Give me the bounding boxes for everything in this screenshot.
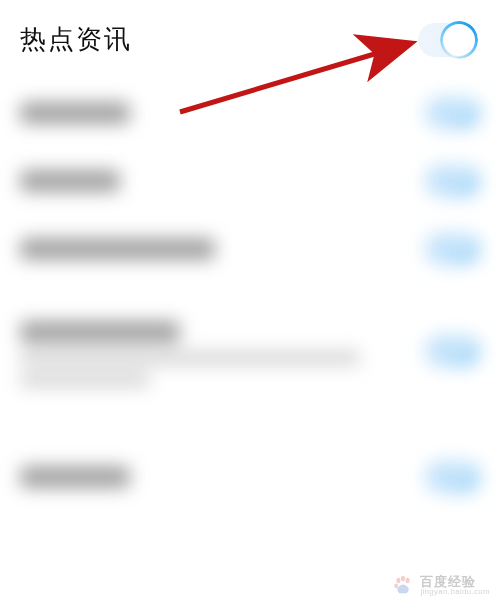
toggle-blurred [424, 233, 480, 265]
setting-row-blurred [0, 295, 500, 413]
blurred-label-block [20, 321, 360, 387]
blurred-label [20, 102, 130, 124]
setting-label-hot-news: 热点资讯 [20, 22, 132, 57]
toggle-blurred [424, 461, 480, 493]
watermark-logo-icon [392, 574, 414, 596]
blurred-subtext [20, 351, 360, 365]
watermark-text: 百度经验 jingyan.baidu.com [420, 575, 490, 596]
blurred-label [20, 238, 215, 260]
setting-row-hot-news[interactable]: 热点资讯 [0, 0, 500, 79]
blurred-subtext [20, 373, 150, 387]
setting-row-blurred [0, 215, 500, 283]
settings-screen: 热点资讯 [0, 0, 500, 602]
toggle-knob-ring [441, 22, 477, 58]
watermark-brand-en: jingyan.baidu.com [420, 588, 490, 596]
watermark: 百度经验 jingyan.baidu.com [392, 574, 490, 596]
setting-row-blurred [0, 443, 500, 511]
watermark-brand-cn: 百度经验 [420, 575, 490, 588]
svg-point-1 [397, 578, 401, 584]
blurred-settings-group [0, 79, 500, 511]
toggle-hot-news[interactable] [418, 23, 476, 57]
svg-point-2 [401, 576, 405, 582]
svg-point-3 [406, 578, 410, 584]
svg-point-4 [395, 584, 399, 589]
blurred-label [20, 466, 130, 488]
toggle-blurred [424, 97, 480, 129]
blurred-label [20, 321, 180, 343]
blurred-label [20, 170, 120, 192]
toggle-blurred [424, 335, 480, 367]
toggle-blurred [424, 165, 480, 197]
setting-row-blurred [0, 79, 500, 147]
setting-row-blurred [0, 147, 500, 215]
